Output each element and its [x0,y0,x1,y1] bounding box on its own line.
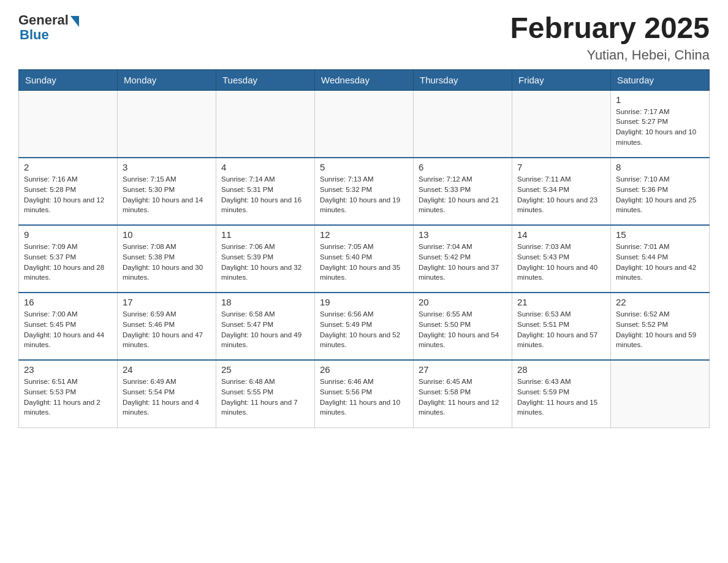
day-info: Sunrise: 7:17 AMSunset: 5:27 PMDaylight:… [616,107,704,148]
day-number: 27 [419,364,507,375]
calendar-cell: 13Sunrise: 7:04 AMSunset: 5:42 PMDayligh… [414,225,512,293]
day-info: Sunrise: 7:16 AMSunset: 5:28 PMDaylight:… [24,174,112,215]
day-number: 16 [24,297,112,307]
day-number: 5 [320,162,408,172]
calendar-cell: 10Sunrise: 7:08 AMSunset: 5:38 PMDayligh… [118,225,216,293]
day-info: Sunrise: 7:06 AMSunset: 5:39 PMDaylight:… [221,242,309,283]
calendar-cell: 11Sunrise: 7:06 AMSunset: 5:39 PMDayligh… [216,225,315,293]
day-number: 18 [221,297,309,307]
logo-general-text: General [18,12,69,28]
day-info: Sunrise: 7:10 AMSunset: 5:36 PMDaylight:… [616,174,704,215]
col-wednesday: Wednesday [315,69,414,90]
logo-blue-text: Blue [20,27,49,43]
calendar-cell: 20Sunrise: 6:55 AMSunset: 5:50 PMDayligh… [414,293,512,360]
calendar-week-row: 2Sunrise: 7:16 AMSunset: 5:28 PMDaylight… [19,158,710,225]
logo: General Blue [18,12,79,43]
calendar-table: Sunday Monday Tuesday Wednesday Thursday… [18,69,710,428]
calendar-header-row: Sunday Monday Tuesday Wednesday Thursday… [19,69,710,90]
day-number: 26 [320,364,408,375]
calendar-cell [611,360,710,427]
day-info: Sunrise: 6:45 AMSunset: 5:58 PMDaylight:… [419,377,507,418]
day-number: 28 [517,364,605,375]
calendar-week-row: 1Sunrise: 7:17 AMSunset: 5:27 PMDaylight… [19,90,710,158]
calendar-cell: 12Sunrise: 7:05 AMSunset: 5:40 PMDayligh… [315,225,414,293]
day-number: 17 [123,297,211,307]
day-number: 20 [419,297,507,307]
day-number: 25 [221,364,309,375]
calendar-week-row: 16Sunrise: 7:00 AMSunset: 5:45 PMDayligh… [19,293,710,360]
day-number: 22 [616,297,704,307]
day-info: Sunrise: 7:03 AMSunset: 5:43 PMDaylight:… [517,242,605,283]
calendar-cell: 4Sunrise: 7:14 AMSunset: 5:31 PMDaylight… [216,158,315,225]
day-info: Sunrise: 7:00 AMSunset: 5:45 PMDaylight:… [24,309,112,350]
day-info: Sunrise: 6:49 AMSunset: 5:54 PMDaylight:… [123,377,211,418]
calendar-cell [414,90,512,158]
day-number: 6 [419,162,507,172]
day-number: 2 [24,162,112,172]
day-info: Sunrise: 7:12 AMSunset: 5:33 PMDaylight:… [419,174,507,215]
day-info: Sunrise: 7:15 AMSunset: 5:30 PMDaylight:… [123,174,211,215]
day-number: 9 [24,229,112,240]
day-info: Sunrise: 7:11 AMSunset: 5:34 PMDaylight:… [517,174,605,215]
day-info: Sunrise: 7:01 AMSunset: 5:44 PMDaylight:… [616,242,704,283]
day-number: 19 [320,297,408,307]
day-info: Sunrise: 6:59 AMSunset: 5:46 PMDaylight:… [123,309,211,350]
col-sunday: Sunday [19,69,118,90]
page-title: February 2025 [510,12,710,45]
day-number: 8 [616,162,704,172]
calendar-cell: 19Sunrise: 6:56 AMSunset: 5:49 PMDayligh… [315,293,414,360]
calendar-cell: 23Sunrise: 6:51 AMSunset: 5:53 PMDayligh… [19,360,118,427]
page-subtitle: Yutian, Hebei, China [510,47,710,63]
calendar-cell: 2Sunrise: 7:16 AMSunset: 5:28 PMDaylight… [19,158,118,225]
calendar-cell: 25Sunrise: 6:48 AMSunset: 5:55 PMDayligh… [216,360,315,427]
calendar-cell: 21Sunrise: 6:53 AMSunset: 5:51 PMDayligh… [512,293,611,360]
day-number: 1 [616,94,704,105]
day-info: Sunrise: 6:51 AMSunset: 5:53 PMDaylight:… [24,377,112,418]
day-info: Sunrise: 6:56 AMSunset: 5:49 PMDaylight:… [320,309,408,350]
calendar-cell: 1Sunrise: 7:17 AMSunset: 5:27 PMDaylight… [611,90,710,158]
col-friday: Friday [512,69,611,90]
day-number: 3 [123,162,211,172]
calendar-cell: 3Sunrise: 7:15 AMSunset: 5:30 PMDaylight… [118,158,216,225]
col-monday: Monday [118,69,216,90]
calendar-cell: 27Sunrise: 6:45 AMSunset: 5:58 PMDayligh… [414,360,512,427]
calendar-cell [315,90,414,158]
calendar-cell: 28Sunrise: 6:43 AMSunset: 5:59 PMDayligh… [512,360,611,427]
calendar-cell: 8Sunrise: 7:10 AMSunset: 5:36 PMDaylight… [611,158,710,225]
calendar-cell: 14Sunrise: 7:03 AMSunset: 5:43 PMDayligh… [512,225,611,293]
calendar-cell [118,90,216,158]
logo-arrow-icon [70,16,79,27]
day-number: 14 [517,229,605,240]
calendar-cell: 24Sunrise: 6:49 AMSunset: 5:54 PMDayligh… [118,360,216,427]
title-block: February 2025 Yutian, Hebei, China [510,12,710,63]
calendar-cell: 17Sunrise: 6:59 AMSunset: 5:46 PMDayligh… [118,293,216,360]
calendar-cell: 16Sunrise: 7:00 AMSunset: 5:45 PMDayligh… [19,293,118,360]
day-number: 24 [123,364,211,375]
calendar-cell: 7Sunrise: 7:11 AMSunset: 5:34 PMDaylight… [512,158,611,225]
day-number: 21 [517,297,605,307]
day-info: Sunrise: 7:04 AMSunset: 5:42 PMDaylight:… [419,242,507,283]
calendar-cell: 5Sunrise: 7:13 AMSunset: 5:32 PMDaylight… [315,158,414,225]
calendar-cell: 9Sunrise: 7:09 AMSunset: 5:37 PMDaylight… [19,225,118,293]
day-number: 11 [221,229,309,240]
day-number: 4 [221,162,309,172]
calendar-cell: 26Sunrise: 6:46 AMSunset: 5:56 PMDayligh… [315,360,414,427]
day-info: Sunrise: 7:14 AMSunset: 5:31 PMDaylight:… [221,174,309,215]
day-info: Sunrise: 7:09 AMSunset: 5:37 PMDaylight:… [24,242,112,283]
day-info: Sunrise: 6:53 AMSunset: 5:51 PMDaylight:… [517,309,605,350]
day-info: Sunrise: 6:48 AMSunset: 5:55 PMDaylight:… [221,377,309,418]
calendar-cell: 6Sunrise: 7:12 AMSunset: 5:33 PMDaylight… [414,158,512,225]
day-info: Sunrise: 6:58 AMSunset: 5:47 PMDaylight:… [221,309,309,350]
day-info: Sunrise: 7:08 AMSunset: 5:38 PMDaylight:… [123,242,211,283]
col-thursday: Thursday [414,69,512,90]
calendar-cell: 22Sunrise: 6:52 AMSunset: 5:52 PMDayligh… [611,293,710,360]
day-number: 23 [24,364,112,375]
day-info: Sunrise: 6:55 AMSunset: 5:50 PMDaylight:… [419,309,507,350]
page-header: General Blue February 2025 Yutian, Hebei… [18,12,710,63]
day-number: 15 [616,229,704,240]
day-number: 13 [419,229,507,240]
day-number: 7 [517,162,605,172]
calendar-cell [19,90,118,158]
col-saturday: Saturday [611,69,710,90]
calendar-week-row: 9Sunrise: 7:09 AMSunset: 5:37 PMDaylight… [19,225,710,293]
